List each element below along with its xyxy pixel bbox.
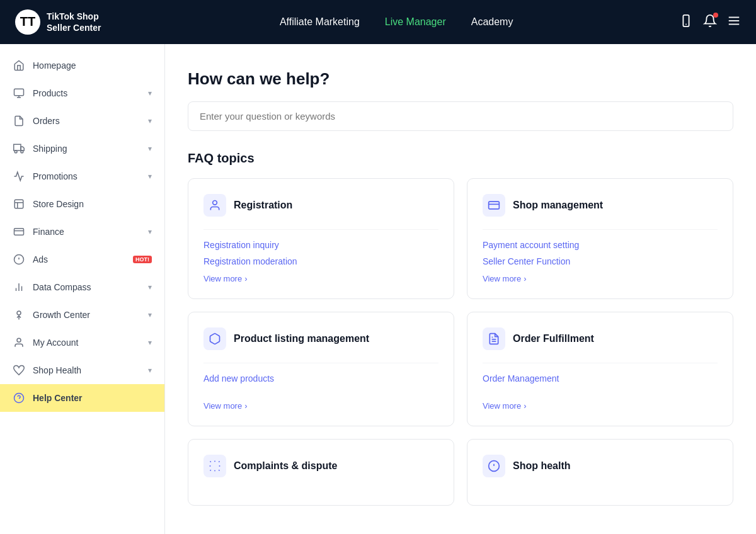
faq-card-complaints[interactable]: Complaints & dispute: [188, 439, 454, 506]
svg-point-13: [21, 151, 23, 153]
help-search-input[interactable]: [188, 101, 733, 131]
svg-marker-11: [21, 147, 24, 151]
nav-links: Affiliate Marketing Live Manager Academy: [139, 16, 654, 28]
card-header-order-fulfillment: Order Fulfillment: [483, 327, 718, 350]
divider: [203, 363, 438, 363]
shop-health-faq-card-icon: [483, 455, 505, 477]
help-center-icon: [13, 392, 25, 404]
shop-health-icon: [13, 364, 25, 377]
divider: [483, 363, 718, 363]
shipping-chevron: ▾: [148, 144, 152, 153]
products-icon: [13, 87, 25, 99]
promotions-chevron: ▾: [148, 172, 152, 181]
home-icon: [13, 59, 25, 72]
registration-inquiry-link[interactable]: Registration inquiry: [203, 240, 438, 250]
data-compass-chevron: ▾: [148, 283, 152, 292]
sidebar-item-my-account[interactable]: My Account ▾: [0, 329, 164, 356]
faq-grid: Registration Registration inquiry Regist…: [188, 178, 733, 506]
product-listing-card-icon: [203, 327, 226, 350]
finance-chevron: ▾: [148, 227, 152, 236]
registration-view-more[interactable]: View more ›: [203, 274, 438, 283]
sidebar-item-promotions[interactable]: Promotions ▾: [0, 162, 164, 190]
sidebar-item-shipping[interactable]: Shipping ▾: [0, 135, 164, 162]
svg-point-25: [17, 311, 21, 315]
hot-badge: HOT!: [133, 256, 152, 263]
ads-icon: [13, 253, 25, 266]
store-design-label: Store Design: [33, 199, 152, 209]
app-body: Homepage Products ▾ Orders ▾ Shipping ▾: [0, 44, 756, 534]
my-account-icon: [13, 336, 25, 349]
complaints-card-icon: [203, 455, 226, 477]
order-fulfillment-title: Order Fulfillment: [513, 333, 594, 344]
promotions-label: Promotions: [33, 171, 140, 181]
product-listing-view-more[interactable]: View more ›: [203, 401, 438, 411]
faq-card-registration[interactable]: Registration Registration inquiry Regist…: [188, 178, 454, 299]
sidebar-item-orders[interactable]: Orders ▾: [0, 107, 164, 135]
shop-management-title: Shop management: [513, 200, 603, 211]
registration-moderation-link[interactable]: Registration moderation: [203, 256, 438, 266]
sidebar-item-finance[interactable]: Finance ▾: [0, 218, 164, 246]
svg-rect-10: [14, 144, 21, 151]
products-label: Products: [33, 88, 140, 98]
faq-card-product-listing[interactable]: Product listing management Add new produ…: [188, 312, 454, 426]
ads-label: Ads: [33, 254, 124, 264]
svg-point-26: [17, 338, 21, 342]
orders-chevron: ▾: [148, 116, 152, 125]
top-navigation: TT TikTok Shop Seller Center Affiliate M…: [0, 0, 756, 44]
svg-rect-17: [14, 229, 24, 236]
notification-dot: [713, 13, 718, 18]
growth-center-chevron: ▾: [148, 310, 152, 319]
finance-icon: [13, 225, 25, 238]
svg-point-29: [213, 201, 217, 205]
help-center-label: Help Center: [33, 393, 152, 403]
bell-icon-button[interactable]: [703, 14, 717, 31]
svg-text:TT: TT: [20, 14, 35, 28]
sidebar-item-growth-center[interactable]: Growth Center ▾: [0, 301, 164, 329]
nav-academy[interactable]: Academy: [471, 16, 513, 28]
faq-card-order-fulfillment[interactable]: Order Fulfillment Order Management View …: [467, 312, 733, 426]
data-compass-icon: [13, 281, 25, 293]
sidebar-item-help-center[interactable]: Help Center: [0, 384, 164, 412]
sidebar-item-shop-health[interactable]: Shop Health ▾: [0, 356, 164, 384]
menu-icon-button[interactable]: [727, 14, 741, 31]
complaints-title: Complaints & dispute: [234, 460, 337, 472]
order-management-link[interactable]: Order Management: [483, 373, 718, 383]
seller-center-function-link[interactable]: Seller Center Function: [483, 256, 718, 266]
card-header-shop-health-faq: Shop health: [483, 455, 718, 477]
registration-title: Registration: [234, 200, 292, 211]
payment-account-link[interactable]: Payment account setting: [483, 240, 718, 250]
faq-card-shop-health[interactable]: Shop health: [467, 439, 733, 506]
card-header-complaints: Complaints & dispute: [203, 455, 438, 477]
order-fulfillment-view-more[interactable]: View more ›: [483, 401, 718, 411]
orders-label: Orders: [33, 116, 140, 126]
tiktok-logo: TT: [15, 9, 40, 35]
faq-topics-heading: FAQ topics: [188, 151, 733, 166]
logo-area[interactable]: TT TikTok Shop Seller Center: [15, 9, 101, 35]
store-design-icon: [13, 198, 25, 210]
faq-card-shop-management[interactable]: Shop management Payment account setting …: [467, 178, 733, 299]
svg-rect-30: [489, 202, 500, 209]
nav-affiliate-marketing[interactable]: Affiliate Marketing: [280, 16, 360, 28]
sidebar-item-homepage[interactable]: Homepage: [0, 52, 164, 79]
sidebar-item-store-design[interactable]: Store Design: [0, 190, 164, 218]
sidebar-item-ads[interactable]: Ads HOT!: [0, 246, 164, 273]
add-products-link[interactable]: Add new products: [203, 373, 438, 383]
shop-health-chevron: ▾: [148, 366, 152, 375]
sidebar-item-products[interactable]: Products ▾: [0, 79, 164, 107]
nav-icons-area: [679, 14, 741, 31]
homepage-label: Homepage: [33, 60, 152, 71]
sidebar-item-data-compass[interactable]: Data Compass ▾: [0, 273, 164, 301]
sidebar: Homepage Products ▾ Orders ▾ Shipping ▾: [0, 44, 165, 534]
svg-rect-7: [14, 89, 24, 96]
product-listing-title: Product listing management: [234, 333, 369, 344]
svg-point-12: [14, 151, 17, 153]
nav-live-manager[interactable]: Live Manager: [385, 16, 446, 28]
orders-icon: [13, 115, 25, 127]
divider: [203, 229, 438, 230]
shop-management-view-more[interactable]: View more ›: [483, 274, 718, 283]
order-fulfillment-card-icon: [483, 327, 505, 350]
products-chevron: ▾: [148, 89, 152, 98]
shipping-label: Shipping: [33, 144, 140, 154]
my-account-label: My Account: [33, 338, 140, 348]
mobile-icon-button[interactable]: [679, 14, 693, 31]
